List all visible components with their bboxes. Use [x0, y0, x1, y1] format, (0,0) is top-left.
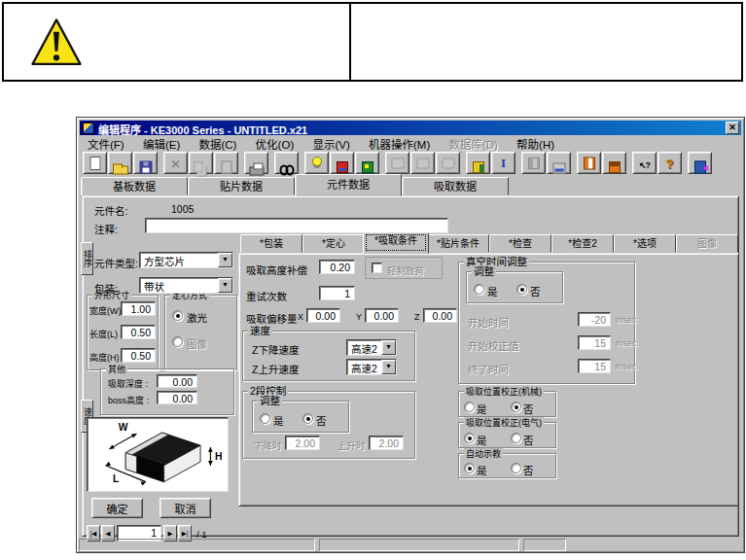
report-tool-button[interactable] [410, 152, 435, 174]
vacuum-start-corr-field[interactable]: 15 [578, 335, 611, 350]
optimize-green-button[interactable] [355, 152, 379, 174]
database-box-button[interactable] [602, 152, 626, 174]
board-tool-button[interactable] [385, 152, 409, 174]
save-button[interactable] [133, 152, 158, 174]
width-field[interactable]: 1.00 [121, 301, 156, 316]
optimize-red-button[interactable] [330, 152, 354, 174]
compare-tool-button[interactable] [521, 152, 546, 174]
two-stage-up-field[interactable]: 2.00 [369, 436, 404, 450]
z-down-speed-value: 高速2 [351, 341, 377, 356]
pickup-height-comp-label: 吸取高度补偿 [246, 262, 307, 277]
component-type-select[interactable]: 方型芯片 [139, 252, 233, 268]
elec-no-radio[interactable] [511, 433, 521, 443]
offset-y-label: Y [356, 312, 362, 322]
chevron-down-icon[interactable] [218, 253, 232, 267]
paste-icon [221, 160, 231, 173]
pickup-height-comp-field[interactable]: 0.20 [319, 260, 355, 274]
ok-button[interactable]: 确定 [91, 498, 143, 518]
two-stage-yes-radio[interactable] [260, 413, 270, 424]
length-field[interactable]: 0.50 [121, 325, 156, 339]
pickup-depth-label: 吸取深度 : [108, 377, 148, 390]
context-help-button[interactable] [632, 152, 657, 174]
sub-tab-check2[interactable]: *检查2 [551, 234, 614, 253]
retry-count-field[interactable]: 1 [319, 286, 355, 300]
feeder-setup-button[interactable] [466, 152, 490, 174]
offset-x-field[interactable]: 0.00 [306, 308, 340, 323]
board-tool-icon [391, 158, 404, 168]
menu-bar: 文件(F) 编辑(E) 数据(C) 优化(O) 显示(V) 机器操作(M) 数据… [80, 136, 741, 151]
sub-tab-package[interactable]: *包装 [240, 234, 302, 253]
vacuum-end-time-label: 终了时间 [468, 362, 509, 376]
elec-yes-radio[interactable] [464, 433, 475, 443]
sub-tab-options[interactable]: *选项 [614, 234, 676, 253]
copy-button[interactable] [189, 152, 213, 174]
sub-tab-image[interactable]: 图像 [676, 234, 738, 253]
feeder-bank-icon [584, 157, 595, 169]
find-button[interactable] [274, 152, 299, 174]
comment-input[interactable] [145, 218, 448, 233]
paste-button[interactable] [214, 152, 238, 174]
main-tab-component-data[interactable]: 元件数据 [295, 174, 402, 196]
main-tab-pickup-data[interactable]: 吸取数据 [402, 177, 509, 195]
sub-tab-centering[interactable]: *定心 [302, 234, 365, 253]
two-stage-no-radio[interactable] [302, 413, 313, 424]
feeder-bank-button[interactable] [577, 152, 601, 174]
help-button[interactable] [657, 152, 682, 174]
hint-button[interactable] [304, 152, 329, 174]
cancel-button[interactable]: 取消 [160, 498, 211, 518]
chip-3d-image: W H L [88, 418, 228, 491]
open-file-button[interactable] [108, 152, 132, 174]
vacuum-no-radio[interactable] [516, 284, 527, 295]
offset-y-field[interactable]: 0.00 [365, 308, 399, 323]
mech-no-radio[interactable] [511, 402, 521, 412]
image-radio[interactable] [172, 336, 183, 347]
auto-teach-yes-radio[interactable] [464, 463, 475, 473]
exit-door-icon [694, 160, 706, 173]
sub-tab-check[interactable]: *检查 [489, 234, 551, 253]
other-group-title: 其他 [106, 364, 127, 376]
optimize-red-icon [337, 161, 348, 173]
app-window: 编辑程序 - KE3000 Series - UNTITLED.x21 ✕ 文件… [76, 117, 745, 553]
height-field[interactable]: 0.50 [121, 348, 156, 363]
light-pick-label: 轻制放荷 [387, 263, 424, 277]
package-select[interactable]: 带状 [139, 277, 233, 294]
exit-button[interactable] [688, 152, 712, 174]
two-stage-down-field[interactable]: 2.00 [285, 436, 320, 450]
main-tab-board-data[interactable]: 基板数据 [81, 177, 188, 195]
side-tab-sort[interactable]: 排序 [81, 242, 93, 275]
laser-radio[interactable] [172, 310, 183, 321]
help-icon [666, 156, 674, 170]
chevron-down-icon[interactable] [218, 278, 232, 293]
z-up-speed-label: Z上升速度 [252, 362, 299, 376]
close-button[interactable]: ✕ [726, 122, 739, 134]
offset-z-field[interactable]: 0.00 [423, 308, 457, 323]
nozzle-button[interactable] [491, 152, 515, 174]
auto-teach-no-radio[interactable] [511, 463, 521, 473]
new-document-button[interactable] [83, 152, 107, 174]
title-bar[interactable]: 编辑程序 - KE3000 Series - UNTITLED.x21 ✕ [80, 121, 741, 135]
sub-tab-placement-conditions[interactable]: *贴片条件 [427, 234, 489, 253]
diagram-l-label: L [113, 473, 119, 484]
monitor-tool-button[interactable] [547, 152, 571, 174]
z-down-speed-select[interactable]: 高速2 [346, 339, 397, 356]
boss-height-field[interactable]: 0.00 [157, 391, 197, 404]
transfer-tool-button[interactable] [436, 152, 460, 174]
main-tab-mount-data[interactable]: 贴片数据 [188, 177, 295, 195]
vacuum-end-time-unit: msec [616, 362, 637, 371]
pickup-depth-field[interactable]: 0.00 [157, 374, 197, 388]
vacuum-adjust-title: 调整 [472, 265, 496, 278]
chevron-down-icon[interactable] [381, 340, 396, 355]
package-label: 包装: [94, 281, 118, 296]
print-button[interactable] [244, 152, 268, 174]
chevron-down-icon[interactable] [381, 360, 396, 374]
cut-button[interactable] [163, 152, 188, 174]
light-pick-checkbox[interactable] [372, 262, 382, 273]
sub-tab-pickup-conditions[interactable]: *吸取条件 [363, 231, 429, 254]
vacuum-start-time-field[interactable]: -20 [578, 312, 611, 327]
two-stage-up-label: 上升时 [337, 438, 366, 452]
vacuum-yes-radio[interactable] [474, 284, 484, 295]
vacuum-end-time-field[interactable]: 15 [578, 359, 611, 373]
print-icon [249, 166, 264, 175]
mech-yes-radio[interactable] [464, 402, 475, 412]
z-up-speed-select[interactable]: 高速2 [346, 359, 397, 375]
